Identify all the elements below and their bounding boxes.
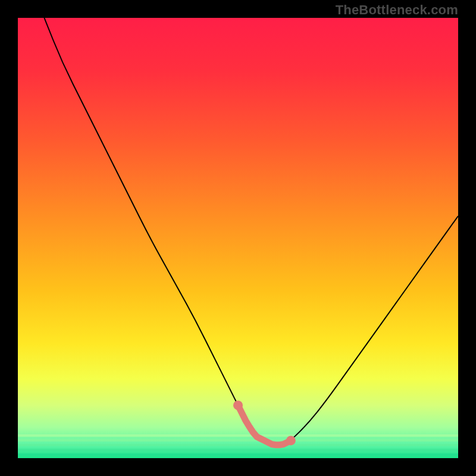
chart-frame: TheBottleneck.com: [0, 0, 476, 476]
chart-svg: [18, 18, 458, 458]
svg-rect-0: [18, 434, 458, 437]
svg-rect-4: [18, 453, 458, 456]
watermark-text: TheBottleneck.com: [336, 2, 458, 18]
svg-rect-3: [18, 449, 458, 451]
svg-point-6: [286, 436, 296, 445]
gradient-background: [18, 18, 458, 458]
chart-plot-area: [18, 18, 458, 458]
svg-rect-1: [18, 439, 458, 441]
svg-point-5: [233, 400, 243, 410]
svg-rect-2: [18, 444, 458, 446]
